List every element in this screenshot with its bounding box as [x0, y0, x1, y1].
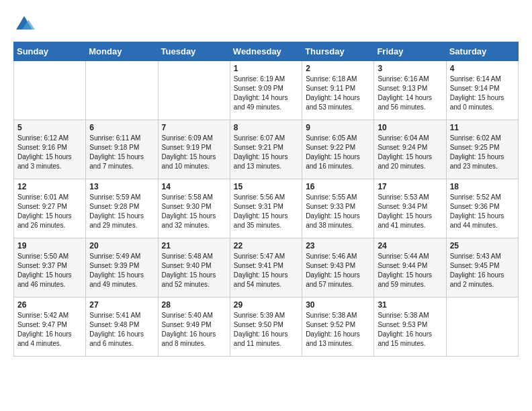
day-cell: 19Sunrise: 5:50 AM Sunset: 9:37 PM Dayli…: [14, 238, 86, 298]
day-number: 21: [162, 241, 226, 250]
day-cell: 8Sunrise: 6:07 AM Sunset: 9:21 PM Daylig…: [230, 120, 302, 179]
day-number: 30: [306, 300, 370, 310]
day-number: 23: [306, 241, 370, 250]
day-cell: 12Sunrise: 6:01 AM Sunset: 9:27 PM Dayli…: [14, 179, 86, 238]
days-header-row: SundayMondayTuesdayWednesdayThursdayFrid…: [14, 42, 519, 61]
day-number: 17: [378, 182, 442, 191]
day-number: 3: [378, 64, 442, 73]
week-row-4: 19Sunrise: 5:50 AM Sunset: 9:37 PM Dayli…: [14, 238, 519, 298]
day-number: 24: [378, 241, 442, 250]
day-header-friday: Friday: [374, 42, 446, 61]
day-cell: [86, 61, 158, 120]
day-info: Sunrise: 5:50 AM Sunset: 9:37 PM Dayligh…: [17, 252, 82, 289]
day-number: 15: [234, 182, 298, 191]
day-cell: 28Sunrise: 5:40 AM Sunset: 9:49 PM Dayli…: [158, 298, 230, 357]
day-info: Sunrise: 5:52 AM Sunset: 9:36 PM Dayligh…: [450, 193, 515, 230]
day-cell: [446, 298, 518, 357]
day-cell: 7Sunrise: 6:09 AM Sunset: 9:19 PM Daylig…: [158, 120, 230, 179]
calendar-table: SundayMondayTuesdayWednesdayThursdayFrid…: [13, 42, 519, 357]
day-info: Sunrise: 6:19 AM Sunset: 9:09 PM Dayligh…: [234, 75, 298, 112]
day-cell: 11Sunrise: 6:02 AM Sunset: 9:25 PM Dayli…: [446, 120, 518, 179]
logo: [13, 13, 38, 35]
day-info: Sunrise: 5:59 AM Sunset: 9:28 PM Dayligh…: [89, 193, 154, 230]
day-cell: 16Sunrise: 5:55 AM Sunset: 9:33 PM Dayli…: [302, 179, 374, 238]
day-info: Sunrise: 5:44 AM Sunset: 9:44 PM Dayligh…: [378, 252, 442, 289]
day-cell: 21Sunrise: 5:48 AM Sunset: 9:40 PM Dayli…: [158, 238, 230, 298]
day-number: 31: [378, 300, 442, 310]
day-info: Sunrise: 5:47 AM Sunset: 9:41 PM Dayligh…: [234, 252, 298, 289]
day-info: Sunrise: 5:53 AM Sunset: 9:34 PM Dayligh…: [378, 193, 442, 230]
day-info: Sunrise: 6:12 AM Sunset: 9:16 PM Dayligh…: [17, 134, 82, 171]
week-row-5: 26Sunrise: 5:42 AM Sunset: 9:47 PM Dayli…: [14, 298, 519, 357]
day-cell: 31Sunrise: 5:38 AM Sunset: 9:53 PM Dayli…: [374, 298, 446, 357]
day-info: Sunrise: 5:42 AM Sunset: 9:47 PM Dayligh…: [17, 311, 82, 349]
day-info: Sunrise: 5:58 AM Sunset: 9:30 PM Dayligh…: [162, 193, 226, 230]
day-cell: 6Sunrise: 6:11 AM Sunset: 9:18 PM Daylig…: [86, 120, 158, 179]
day-info: Sunrise: 6:05 AM Sunset: 9:22 PM Dayligh…: [306, 134, 370, 171]
day-number: 7: [162, 123, 226, 132]
day-cell: 20Sunrise: 5:49 AM Sunset: 9:39 PM Dayli…: [86, 238, 158, 298]
day-info: Sunrise: 6:16 AM Sunset: 9:13 PM Dayligh…: [378, 75, 442, 112]
day-cell: [14, 61, 86, 120]
day-info: Sunrise: 5:38 AM Sunset: 9:53 PM Dayligh…: [378, 311, 442, 349]
day-number: 11: [450, 123, 515, 132]
day-cell: 15Sunrise: 5:56 AM Sunset: 9:31 PM Dayli…: [230, 179, 302, 238]
day-number: 14: [162, 182, 226, 191]
logo-icon: [13, 13, 35, 35]
day-cell: 26Sunrise: 5:42 AM Sunset: 9:47 PM Dayli…: [14, 298, 86, 357]
day-number: 28: [162, 300, 226, 310]
day-info: Sunrise: 5:49 AM Sunset: 9:39 PM Dayligh…: [89, 252, 154, 289]
day-cell: 9Sunrise: 6:05 AM Sunset: 9:22 PM Daylig…: [302, 120, 374, 179]
day-number: 1: [234, 64, 298, 73]
day-info: Sunrise: 6:01 AM Sunset: 9:27 PM Dayligh…: [17, 193, 82, 230]
week-row-3: 12Sunrise: 6:01 AM Sunset: 9:27 PM Dayli…: [14, 179, 519, 238]
day-cell: 30Sunrise: 5:38 AM Sunset: 9:52 PM Dayli…: [302, 298, 374, 357]
day-cell: 2Sunrise: 6:18 AM Sunset: 9:11 PM Daylig…: [302, 61, 374, 120]
day-cell: 17Sunrise: 5:53 AM Sunset: 9:34 PM Dayli…: [374, 179, 446, 238]
day-number: 29: [234, 300, 298, 310]
day-header-tuesday: Tuesday: [158, 42, 230, 61]
day-header-monday: Monday: [86, 42, 158, 61]
day-number: 25: [450, 241, 515, 250]
day-cell: 13Sunrise: 5:59 AM Sunset: 9:28 PM Dayli…: [86, 179, 158, 238]
day-header-saturday: Saturday: [446, 42, 518, 61]
day-info: Sunrise: 5:55 AM Sunset: 9:33 PM Dayligh…: [306, 193, 370, 230]
day-cell: [158, 61, 230, 120]
week-row-1: 1Sunrise: 6:19 AM Sunset: 9:09 PM Daylig…: [14, 61, 519, 120]
day-info: Sunrise: 6:07 AM Sunset: 9:21 PM Dayligh…: [234, 134, 298, 171]
day-cell: 10Sunrise: 6:04 AM Sunset: 9:24 PM Dayli…: [374, 120, 446, 179]
day-number: 18: [450, 182, 515, 191]
day-info: Sunrise: 5:40 AM Sunset: 9:49 PM Dayligh…: [162, 311, 226, 349]
day-info: Sunrise: 5:38 AM Sunset: 9:52 PM Dayligh…: [306, 311, 370, 349]
day-info: Sunrise: 6:11 AM Sunset: 9:18 PM Dayligh…: [89, 134, 154, 171]
day-number: 13: [89, 182, 154, 191]
day-number: 26: [17, 300, 82, 310]
day-number: 20: [89, 241, 154, 250]
day-number: 4: [450, 64, 515, 73]
week-row-2: 5Sunrise: 6:12 AM Sunset: 9:16 PM Daylig…: [14, 120, 519, 179]
day-info: Sunrise: 6:09 AM Sunset: 9:19 PM Dayligh…: [162, 134, 226, 171]
day-cell: 23Sunrise: 5:46 AM Sunset: 9:43 PM Dayli…: [302, 238, 374, 298]
day-cell: 3Sunrise: 6:16 AM Sunset: 9:13 PM Daylig…: [374, 61, 446, 120]
day-number: 27: [89, 300, 154, 310]
day-header-sunday: Sunday: [14, 42, 86, 61]
day-info: Sunrise: 5:39 AM Sunset: 9:50 PM Dayligh…: [234, 311, 298, 349]
day-number: 19: [17, 241, 82, 250]
day-info: Sunrise: 5:41 AM Sunset: 9:48 PM Dayligh…: [89, 311, 154, 349]
day-cell: 1Sunrise: 6:19 AM Sunset: 9:09 PM Daylig…: [230, 61, 302, 120]
day-header-wednesday: Wednesday: [230, 42, 302, 61]
day-number: 12: [17, 182, 82, 191]
day-cell: 22Sunrise: 5:47 AM Sunset: 9:41 PM Dayli…: [230, 238, 302, 298]
day-info: Sunrise: 6:04 AM Sunset: 9:24 PM Dayligh…: [378, 134, 442, 171]
day-info: Sunrise: 5:48 AM Sunset: 9:40 PM Dayligh…: [162, 252, 226, 289]
day-number: 9: [306, 123, 370, 132]
day-info: Sunrise: 5:46 AM Sunset: 9:43 PM Dayligh…: [306, 252, 370, 289]
day-header-thursday: Thursday: [302, 42, 374, 61]
day-info: Sunrise: 6:14 AM Sunset: 9:14 PM Dayligh…: [450, 75, 515, 112]
day-number: 6: [89, 123, 154, 132]
day-number: 22: [234, 241, 298, 250]
day-number: 10: [378, 123, 442, 132]
day-cell: 14Sunrise: 5:58 AM Sunset: 9:30 PM Dayli…: [158, 179, 230, 238]
day-cell: 5Sunrise: 6:12 AM Sunset: 9:16 PM Daylig…: [14, 120, 86, 179]
day-cell: 24Sunrise: 5:44 AM Sunset: 9:44 PM Dayli…: [374, 238, 446, 298]
